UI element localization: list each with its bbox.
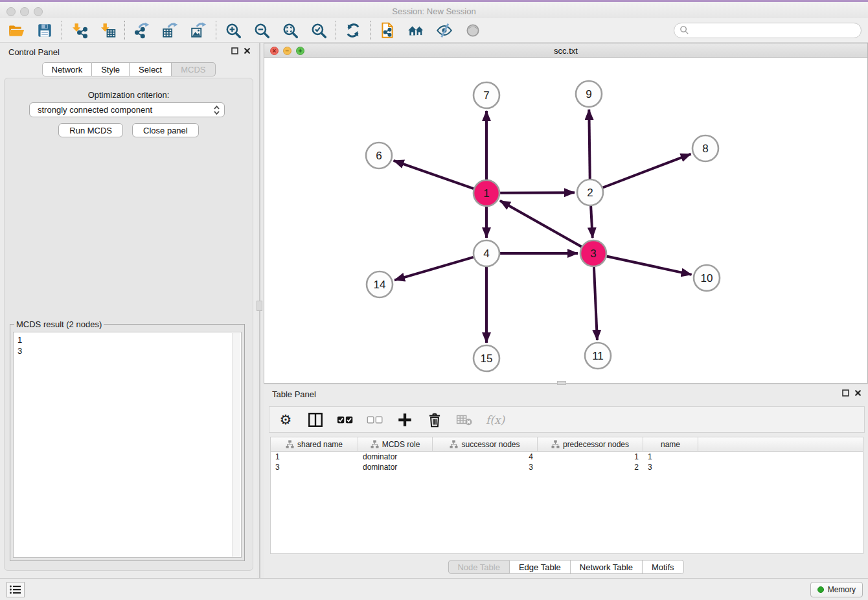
cell-name[interactable]: 3: [643, 462, 698, 472]
search-input[interactable]: [689, 26, 856, 35]
zoom-selected-icon[interactable]: [309, 21, 328, 40]
cell-MCDS-role[interactable]: dominator: [358, 452, 433, 462]
control-panel-tabs: NetworkStyleSelectMCDS: [41, 62, 215, 76]
zoom-out-icon[interactable]: [252, 21, 271, 40]
network-edge-2-3[interactable]: [591, 206, 593, 238]
network-edge-2-9[interactable]: [589, 110, 589, 179]
table-panel: Table Panel ⚙: [264, 385, 868, 578]
add-column-plus-icon[interactable]: [396, 411, 413, 428]
new-network-from-selection-icon[interactable]: [378, 21, 397, 40]
search-field[interactable]: [674, 23, 862, 38]
open-folder-icon[interactable]: [6, 21, 26, 40]
close-table-panel-icon[interactable]: [854, 389, 862, 397]
optimization-criterion-label: Optimization criterion:: [5, 90, 253, 100]
tab-style[interactable]: Style: [92, 62, 130, 76]
apply-layout-icon[interactable]: [343, 21, 363, 40]
run-mcds-button[interactable]: Run MCDS: [58, 123, 123, 137]
zoom-in-icon[interactable]: [223, 21, 243, 40]
table-row[interactable]: 3dominator323: [271, 462, 863, 472]
network-edge-1-2[interactable]: [500, 192, 575, 193]
node-label-1: 1: [483, 187, 489, 200]
tab-network-table[interactable]: Network Table: [571, 560, 643, 574]
window-title: Session: New Session: [0, 6, 868, 16]
network-edge-4-14[interactable]: [394, 257, 474, 280]
workspace: Control Panel NetworkStyleSelectMCDS Opt…: [0, 43, 868, 578]
table-settings-gear-icon[interactable]: ⚙: [277, 411, 294, 428]
node-label-6: 6: [376, 150, 382, 162]
import-table-icon[interactable]: [98, 21, 117, 40]
column-header-predecessor-nodes[interactable]: predecessor nodes: [538, 437, 643, 451]
cell-successor-nodes[interactable]: 4: [433, 452, 538, 462]
first-neighbors-houses-icon[interactable]: [406, 21, 426, 40]
export-image-icon[interactable]: [189, 21, 209, 40]
close-panel-icon[interactable]: [244, 47, 251, 54]
column-header-MCDS-role[interactable]: MCDS role: [358, 437, 433, 451]
main-toolbar: [0, 18, 868, 43]
import-network-icon[interactable]: [69, 21, 89, 40]
show-all-disabled-eye-icon: [463, 21, 483, 40]
save-session-icon[interactable]: [35, 21, 54, 40]
tab-mcds[interactable]: MCDS: [172, 62, 215, 76]
list-icon: [9, 584, 22, 595]
status-bar: Memory: [0, 578, 868, 600]
node-label-10: 10: [701, 272, 713, 284]
tab-node-table[interactable]: Node Table: [448, 560, 510, 574]
column-header-name[interactable]: name: [643, 437, 698, 451]
export-network-icon[interactable]: [132, 21, 152, 40]
cell-predecessor-nodes[interactable]: 1: [538, 452, 643, 462]
network-window-titlebar[interactable]: × − + scc.txt: [264, 43, 867, 58]
hide-selected-eye-icon[interactable]: [435, 21, 454, 40]
optimization-criterion-select[interactable]: strongly connected component: [29, 102, 225, 117]
memory-button[interactable]: Memory: [810, 582, 863, 597]
select-all-columns-icon[interactable]: [337, 411, 354, 428]
task-history-button[interactable]: [6, 582, 25, 597]
network-canvas[interactable]: 7968124314101511: [264, 58, 867, 383]
network-edge-1-6[interactable]: [394, 161, 474, 189]
network-edge-3-10[interactable]: [607, 256, 692, 274]
node-table-header: shared nameMCDS rolesuccessor nodesprede…: [271, 437, 863, 452]
tab-motifs[interactable]: Motifs: [643, 560, 684, 574]
tab-edge-table[interactable]: Edge Table: [510, 560, 571, 574]
network-edge-2-8[interactable]: [603, 154, 691, 188]
cell-name[interactable]: 1: [643, 452, 698, 462]
close-panel-button[interactable]: Close panel: [132, 123, 199, 137]
node-label-9: 9: [586, 88, 591, 100]
zoom-fit-icon[interactable]: [280, 21, 300, 40]
float-panel-icon[interactable]: [231, 47, 238, 54]
network-edge-3-1[interactable]: [500, 201, 582, 247]
cell-shared-name[interactable]: 1: [271, 452, 358, 462]
node-label-15: 15: [481, 352, 493, 365]
node-label-14: 14: [374, 279, 386, 291]
delete-column-trash-icon[interactable]: [426, 411, 443, 428]
column-layout-icon[interactable]: [307, 411, 324, 428]
memory-label: Memory: [828, 585, 856, 594]
node-label-8: 8: [702, 143, 708, 155]
result-scrollbar[interactable]: [232, 333, 240, 557]
tab-network[interactable]: Network: [41, 62, 92, 76]
table-panel-title: Table Panel: [272, 389, 316, 399]
cell-MCDS-role[interactable]: dominator: [358, 462, 433, 472]
panel-splitter-handle[interactable]: [257, 301, 262, 311]
column-header-shared-name[interactable]: shared name: [271, 437, 358, 451]
network-view-window: × − + scc.txt 7968124314101511: [264, 43, 868, 384]
node-label-2: 2: [587, 187, 593, 199]
mcds-result-box[interactable]: 1 3: [13, 332, 242, 558]
export-table-icon[interactable]: [161, 21, 180, 40]
column-header-successor-nodes[interactable]: successor nodes: [433, 437, 538, 451]
memory-status-icon: [817, 586, 824, 593]
node-label-3: 3: [590, 248, 596, 260]
delete-table-disabled-icon: [456, 411, 473, 428]
network-window-title: scc.txt: [264, 46, 867, 56]
function-builder-icon: f(x): [486, 413, 505, 426]
float-table-panel-icon[interactable]: [842, 389, 849, 397]
deselect-all-columns-icon[interactable]: [367, 411, 383, 428]
node-label-7: 7: [483, 89, 489, 102]
table-row[interactable]: 1dominator411: [271, 452, 863, 462]
control-panel: Control Panel NetworkStyleSelectMCDS Opt…: [0, 43, 257, 578]
cell-predecessor-nodes[interactable]: 2: [538, 462, 643, 472]
cell-successor-nodes[interactable]: 3: [433, 462, 538, 472]
cell-shared-name[interactable]: 3: [271, 462, 358, 472]
node-table: shared nameMCDS rolesuccessor nodesprede…: [270, 437, 863, 554]
network-edge-3-11[interactable]: [594, 267, 597, 340]
tab-select[interactable]: Select: [130, 62, 172, 76]
